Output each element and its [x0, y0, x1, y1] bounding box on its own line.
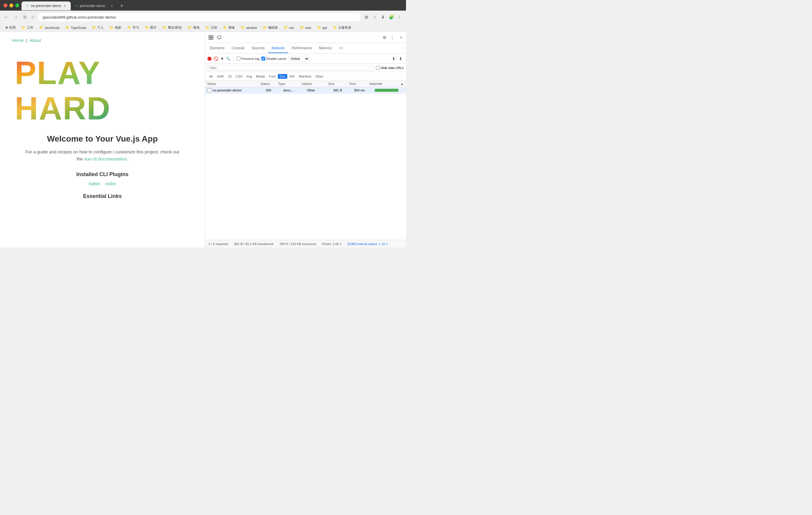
filter-media[interactable]: Media	[254, 74, 267, 79]
tab-performance[interactable]: Performance	[288, 44, 316, 53]
extensions-icon[interactable]: 🧩	[388, 13, 395, 21]
disable-cache-label[interactable]: Disable cache	[261, 57, 286, 60]
bookmark-editor[interactable]: 📁 编辑器	[260, 25, 280, 30]
filter-other[interactable]: Other	[314, 74, 325, 79]
eslint-link[interactable]: eslint	[106, 181, 116, 186]
maximize-button[interactable]	[15, 3, 19, 7]
tab-console[interactable]: Console	[228, 44, 248, 53]
domcontentloaded-time: DOMContentLoaded: 1.10 s	[347, 242, 388, 246]
bookmark-images[interactable]: 📁 图片	[143, 25, 159, 30]
bookmark-apps[interactable]: ⊞ 应用	[3, 25, 18, 30]
filter-all[interactable]: All	[207, 74, 214, 79]
filter-img[interactable]: Img	[245, 74, 254, 79]
network-filter-input[interactable]	[207, 65, 374, 71]
row-checkbox[interactable]	[207, 88, 211, 92]
apps-icon: ⊞	[5, 26, 8, 29]
throttle-select[interactable]: Online Slow 3G Fast 3G Offline	[288, 56, 309, 61]
welcome-description: For a guide and recipes on how to config…	[24, 148, 181, 163]
title-bar: V no-prerender-demo × V prerender-demo ×…	[0, 0, 406, 10]
bookmarks-bar: ⊞ 应用 📁 工作 📁 JavaScript 📁 TypeScript 📁 个人…	[0, 24, 406, 32]
hide-data-urls-label[interactable]: Hide data URLs	[376, 66, 404, 70]
bookmark-personal[interactable]: 📁 个人	[90, 25, 106, 30]
devtools-close-button[interactable]: ×	[399, 34, 404, 41]
web-inner: Home | About	[0, 32, 205, 205]
downloads-icon[interactable]: ⬇	[379, 13, 386, 21]
inspect-element-button[interactable]	[207, 34, 214, 41]
close-button[interactable]	[3, 3, 7, 7]
playhard-logo: PLAY HARD	[12, 49, 124, 125]
bookmark-icon[interactable]: ☆	[371, 13, 378, 21]
tab-network[interactable]: Network	[268, 44, 288, 53]
preserve-log-checkbox[interactable]	[237, 57, 240, 60]
tab-close-2[interactable]: ×	[111, 3, 113, 8]
inspect-icon	[209, 35, 213, 40]
import-har-button[interactable]: ⬆	[391, 55, 397, 62]
filter-font[interactable]: Font	[267, 74, 277, 79]
nav-about-link[interactable]: About	[29, 38, 41, 43]
filter-xhr[interactable]: XHR	[215, 74, 225, 79]
devtools-tabs: Elements Console Sources Network Perform…	[205, 43, 406, 54]
bookmark-folder-icon-16: 📁	[317, 26, 321, 29]
bookmark-cloud[interactable]: 📁 云服务器	[330, 25, 353, 30]
filter-js[interactable]: JS	[226, 74, 233, 79]
bookmark-folder-icon-11: 📁	[223, 26, 227, 29]
filter-manifest[interactable]: Manifest	[297, 74, 313, 79]
tab-elements[interactable]: Elements	[206, 44, 228, 53]
back-button[interactable]: ←	[3, 13, 10, 21]
minimize-button[interactable]	[9, 3, 13, 7]
filter-doc[interactable]: Doc	[278, 74, 287, 79]
bookmark-images-label: 图片	[150, 25, 157, 30]
preserve-log-label[interactable]: Preserve log	[237, 57, 260, 60]
tab-memory[interactable]: Memory	[316, 44, 335, 53]
plugin-links: babel eslint	[24, 181, 181, 186]
nav-home-link[interactable]: Home	[12, 38, 24, 43]
disable-cache-checkbox[interactable]	[261, 57, 265, 60]
filter-ws[interactable]: WS	[288, 74, 297, 79]
devtools-more-button[interactable]: ⋮	[389, 34, 396, 41]
device-toggle-button[interactable]	[216, 34, 223, 41]
filter-css[interactable]: CSS	[234, 74, 244, 79]
tab-sources[interactable]: Sources	[248, 44, 268, 53]
devtools-settings-button[interactable]: ⚙	[381, 34, 388, 41]
bookmark-ppt[interactable]: 📁 ppt	[315, 25, 329, 30]
bookmark-work[interactable]: 📁 工作	[19, 25, 36, 30]
home-button[interactable]: ⌂	[30, 13, 36, 21]
network-filter-tabs: All XHR JS CSS Img Media Font Doc WS Man…	[205, 72, 406, 81]
bookmark-typescript[interactable]: 📁 TypeScript	[63, 25, 88, 30]
tab-no-prerender-demo[interactable]: V no-prerender-demo ×	[22, 1, 71, 10]
bookmark-javascript[interactable]: 📁 JavaScript	[37, 25, 62, 30]
bookmark-study[interactable]: 📁 学习	[125, 25, 141, 30]
babel-link[interactable]: babel	[89, 181, 100, 186]
essential-links-title: Essential Links	[24, 193, 181, 199]
bookmark-editor-label: 编辑器	[268, 25, 278, 30]
search-button[interactable]: 🔍	[226, 57, 230, 61]
clear-button[interactable]: 🚫	[213, 56, 218, 61]
bookmark-window[interactable]: 📁 window	[238, 25, 259, 30]
record-button[interactable]	[207, 57, 211, 61]
export-har-button[interactable]: ⬇	[398, 55, 404, 62]
menu-icon[interactable]: ⋮	[396, 13, 403, 21]
filter-button[interactable]: ▼	[220, 56, 224, 61]
address-input[interactable]	[38, 13, 360, 21]
devtools-panel: ⚙ ⋮ × Elements Console Sources Network P…	[205, 32, 406, 247]
translate-icon[interactable]: ⊞	[363, 13, 370, 21]
bookmark-regex[interactable]: 📁 正则	[203, 25, 220, 30]
tab-more[interactable]: >>	[335, 44, 347, 53]
tab-prerender-demo[interactable]: V prerender-demo ×	[71, 1, 118, 10]
address-bar: ← → ↻ ⌂ ⊞ ☆ ⬇ 🧩 ⋮	[0, 10, 406, 24]
new-tab-button[interactable]: +	[118, 1, 126, 10]
row-time: 564 ms	[354, 88, 375, 92]
bookmark-shopping[interactable]: 📁 海淘	[185, 25, 202, 30]
bookmark-speed[interactable]: 📁 测速	[221, 25, 237, 30]
reload-button[interactable]: ↻	[22, 13, 28, 21]
hide-data-urls-checkbox[interactable]	[376, 66, 380, 70]
tab-close-1[interactable]: ×	[64, 3, 66, 8]
bookmark-folder-icon-12: 📁	[241, 26, 245, 29]
bookmark-mac[interactable]: 📁 mac	[297, 25, 314, 30]
bookmark-css[interactable]: 📁 css	[281, 25, 296, 30]
bookmark-movies[interactable]: 📁 电影	[107, 25, 124, 30]
table-row[interactable]: no-prerender-demo/ 200 docu… Other 681 B…	[205, 87, 406, 94]
bookmark-crawler[interactable]: 📁 爬虫/抓包	[160, 25, 184, 30]
vue-cli-link[interactable]: vue-cli documentation	[84, 156, 127, 161]
forward-button[interactable]: →	[12, 13, 20, 21]
